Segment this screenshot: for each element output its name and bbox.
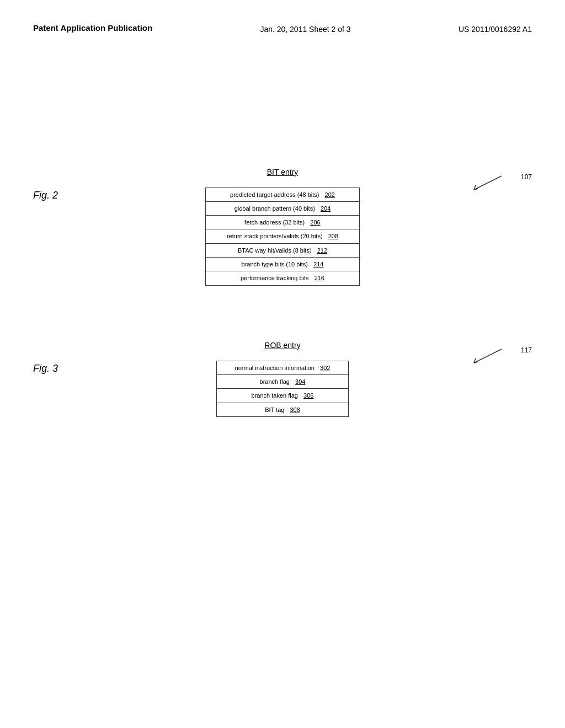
fig2-content: BIT entry predicted target address (48 b…: [99, 168, 466, 286]
fig3-content: ROB entry normal instruction information…: [99, 341, 466, 417]
svg-line-0: [474, 176, 502, 190]
table-row: performance tracking bits 216: [206, 271, 359, 285]
table-row: BTAC way hit/valids (8 bits) 212: [206, 244, 359, 258]
fig2-row: Fig. 2 BIT entry predicted target addres…: [33, 168, 532, 286]
fig3-label: Fig. 3: [33, 363, 99, 374]
table-row: return stack pointers/valids (20 bits) 2…: [206, 229, 359, 243]
fig2-arrow-ref: 107: [521, 173, 532, 181]
row-ref: 216: [315, 275, 324, 281]
table-row: branch taken flag 306: [217, 389, 348, 403]
row-ref: 204: [321, 205, 331, 212]
page: Patent Application Publication Jan. 20, …: [0, 0, 565, 728]
fig2-entry-title: BIT entry: [267, 168, 299, 176]
fig3-entry-title: ROB entry: [264, 341, 300, 350]
row-ref: 208: [328, 233, 338, 239]
table-row: fetch address (32 bits) 206: [206, 216, 359, 229]
publication-label: Patent Application Publication: [33, 23, 152, 33]
row-ref: 306: [303, 392, 313, 399]
row-ref: 302: [320, 365, 330, 371]
fig2-label: Fig. 2: [33, 190, 99, 201]
table-row: predicted target address (48 bits) 202: [206, 188, 359, 202]
fig3-section: Fig. 3 ROB entry normal instruction info…: [33, 341, 532, 417]
svg-line-3: [474, 349, 502, 363]
fig2-section: Fig. 2 BIT entry predicted target addres…: [33, 168, 532, 286]
row-ref: 304: [295, 378, 305, 385]
fig3-arrow-ref: 117: [521, 346, 532, 354]
patent-number-label: US 2011/0016292 A1: [459, 25, 532, 34]
row-ref: 212: [317, 247, 327, 254]
fig3-table: normal instruction information 302branch…: [216, 361, 349, 417]
header-center: Jan. 20, 2011 Sheet 2 of 3: [260, 24, 350, 35]
fig3-arrow-col: 117: [466, 341, 532, 368]
fig2-table: predicted target address (48 bits) 202gl…: [205, 188, 360, 286]
fig2-arrow-icon: [471, 173, 510, 192]
fig3-label-col: Fig. 3: [33, 341, 99, 386]
fig3-arrow-icon: [471, 346, 510, 366]
header-left: Patent Application Publication: [33, 22, 152, 34]
row-ref: 206: [310, 219, 320, 226]
table-row: branch type bits (10 bits) 214: [206, 258, 359, 271]
row-ref: 308: [290, 406, 300, 413]
header: Patent Application Publication Jan. 20, …: [0, 0, 565, 46]
table-row: branch flag 304: [217, 375, 348, 389]
header-right: US 2011/0016292 A1: [459, 24, 532, 35]
row-ref: 214: [313, 261, 323, 267]
table-row: BIT tag 308: [217, 403, 348, 416]
date-sheet-label: Jan. 20, 2011 Sheet 2 of 3: [260, 25, 350, 34]
fig2-arrow-col: 107: [466, 168, 532, 195]
row-ref: 202: [325, 191, 335, 198]
table-row: normal instruction information 302: [217, 361, 348, 375]
content: Fig. 2 BIT entry predicted target addres…: [0, 46, 565, 428]
fig2-label-col: Fig. 2: [33, 168, 99, 212]
fig3-row: Fig. 3 ROB entry normal instruction info…: [33, 341, 532, 417]
table-row: global branch pattern (40 bits) 204: [206, 202, 359, 216]
